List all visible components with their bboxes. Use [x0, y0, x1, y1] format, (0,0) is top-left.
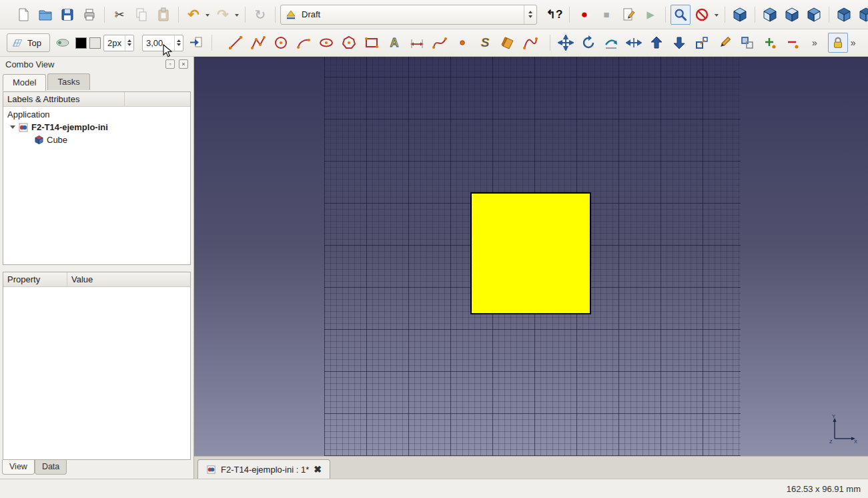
- workbench-selector[interactable]: Draft: [280, 5, 537, 25]
- combo-view-panel: Combo View ▫ × Model Tasks Labels & Attr…: [0, 57, 194, 479]
- tree-expander-icon[interactable]: [10, 126, 15, 132]
- draft-line-button[interactable]: [226, 33, 246, 53]
- draw-style-button[interactable]: [693, 5, 713, 25]
- save-document-button[interactable]: [57, 5, 77, 25]
- draft-rectangle-object[interactable]: [470, 192, 591, 314]
- redo-button[interactable]: ↷: [213, 5, 233, 25]
- mdi-tab-bar: F2-T14-ejemplo-ini : 1* ✖: [194, 456, 868, 479]
- macro-edit-button[interactable]: [618, 5, 638, 25]
- panel-close-button[interactable]: ×: [179, 59, 188, 69]
- workbench-selector-spinner[interactable]: [524, 5, 536, 24]
- draft-add-point-button[interactable]: [760, 33, 780, 53]
- tree-item-cube[interactable]: Cube: [3, 134, 190, 146]
- draw-style-dropdown-arrow[interactable]: [715, 14, 719, 19]
- whats-this-button[interactable]: ↰?: [544, 5, 564, 25]
- draft-dimension-button[interactable]: [407, 33, 427, 53]
- draft-trimex-button[interactable]: [624, 33, 644, 53]
- draft-move-icon: [558, 35, 574, 51]
- line-color-swatch[interactable]: [75, 37, 87, 49]
- paste-button[interactable]: [153, 5, 173, 25]
- draft-rotate-button[interactable]: [578, 33, 598, 53]
- refresh-button[interactable]: ↻: [250, 5, 270, 25]
- draft-facebinder-button[interactable]: [498, 33, 518, 53]
- draft-text-button[interactable]: A: [384, 33, 404, 53]
- draft-move-button[interactable]: [556, 33, 576, 53]
- draft-polygon-button[interactable]: [339, 33, 359, 53]
- macro-stop-button[interactable]: ■: [596, 5, 616, 25]
- draft-shape2dview-icon: [739, 35, 755, 51]
- view-rear-button[interactable]: [834, 5, 854, 25]
- tab-view-properties[interactable]: View: [2, 460, 35, 475]
- face-color-swatch[interactable]: [89, 37, 101, 49]
- status-dimensions: 162.53 x 96.91 mm: [787, 484, 861, 494]
- toggle-construction-mode-button[interactable]: [53, 33, 73, 53]
- tab-data-properties[interactable]: Data: [35, 460, 67, 475]
- line-width-spin-arrows[interactable]: [125, 35, 133, 51]
- draft-ellipse-button[interactable]: [316, 33, 336, 53]
- draft-arc-button[interactable]: [294, 33, 314, 53]
- 3d-viewport[interactable]: Y X Z: [194, 57, 868, 456]
- draft-toolbar-overflow-icon[interactable]: »: [812, 38, 817, 47]
- workbench-selector-value: Draft: [302, 9, 519, 19]
- draft-bspline-button[interactable]: [430, 33, 450, 53]
- axis-label-z: Z: [829, 439, 833, 444]
- draft-shapestring-icon: S: [477, 35, 493, 51]
- tree-item-application[interactable]: Application: [3, 108, 190, 121]
- toolbar-separator: [569, 7, 570, 23]
- undo-button[interactable]: ↶: [183, 5, 203, 25]
- cut-button[interactable]: ✂: [109, 5, 129, 25]
- draft-downgrade-button[interactable]: [669, 33, 689, 53]
- view-right-button[interactable]: [804, 5, 824, 25]
- property-editor-body[interactable]: [3, 287, 190, 459]
- svg-text:A: A: [390, 36, 398, 49]
- draft-offset-button[interactable]: [601, 33, 621, 53]
- draft-offset-icon: [603, 35, 619, 51]
- text-size-spin-arrows[interactable]: [174, 35, 183, 51]
- tree-item-document[interactable]: F2-T14-ejemplo-ini: [3, 121, 190, 134]
- draft-del-point-button[interactable]: [783, 33, 803, 53]
- document-tab-icon: [206, 465, 216, 475]
- view-front-button[interactable]: [760, 5, 780, 25]
- macro-play-button[interactable]: ▶: [640, 5, 661, 25]
- draft-point-button[interactable]: [452, 33, 472, 53]
- draft-bspline-icon: [432, 35, 448, 51]
- document-tab[interactable]: F2-T14-ejemplo-ini : 1* ✖: [197, 459, 330, 479]
- draft-bezier-button[interactable]: [520, 33, 540, 53]
- new-document-button[interactable]: [13, 5, 33, 25]
- snap-toolbar-overflow-icon[interactable]: »: [851, 38, 856, 47]
- panel-float-button[interactable]: ▫: [165, 59, 175, 69]
- open-document-button[interactable]: [35, 5, 55, 25]
- draft-circle-button[interactable]: [271, 33, 291, 53]
- document-tab-close-icon[interactable]: ✖: [314, 464, 322, 475]
- text-size-spinbox[interactable]: 3,00: [142, 35, 183, 51]
- redo-dropdown-arrow[interactable]: [235, 14, 239, 19]
- zoom-fit-button[interactable]: [671, 5, 691, 25]
- toolbar-separator: [550, 35, 550, 51]
- apply-style-button[interactable]: [186, 33, 206, 53]
- line-width-spinbox[interactable]: 2px: [103, 35, 134, 51]
- panel-splitter[interactable]: [0, 265, 193, 270]
- draft-edit-button[interactable]: [715, 33, 735, 53]
- model-tree[interactable]: Application F2-T14-ejemplo-ini Cube: [3, 107, 190, 264]
- undo-dropdown-arrow[interactable]: [205, 14, 209, 19]
- view-axonometric-button[interactable]: [730, 5, 750, 25]
- draft-shape2dview-button[interactable]: [737, 33, 757, 53]
- macro-record-button[interactable]: ●: [574, 5, 594, 25]
- snap-lock-button[interactable]: [828, 33, 848, 53]
- view-front-icon: [762, 7, 778, 23]
- view-bottom-button[interactable]: [856, 5, 868, 25]
- view-top-button[interactable]: [782, 5, 802, 25]
- cut-icon: ✂: [114, 9, 124, 21]
- select-plane-button[interactable]: Top: [7, 33, 50, 52]
- draft-rectangle-button[interactable]: [362, 33, 382, 53]
- tab-model[interactable]: Model: [3, 74, 46, 91]
- tab-tasks[interactable]: Tasks: [47, 73, 89, 90]
- draft-scale-button[interactable]: [692, 33, 712, 53]
- document-icon: [18, 122, 29, 133]
- print-button[interactable]: [79, 5, 99, 25]
- apply-style-icon: [188, 35, 204, 51]
- copy-button[interactable]: [131, 5, 151, 25]
- draft-shapestring-button[interactable]: S: [475, 33, 495, 53]
- draft-wire-button[interactable]: [248, 33, 268, 53]
- draft-upgrade-button[interactable]: [646, 33, 667, 53]
